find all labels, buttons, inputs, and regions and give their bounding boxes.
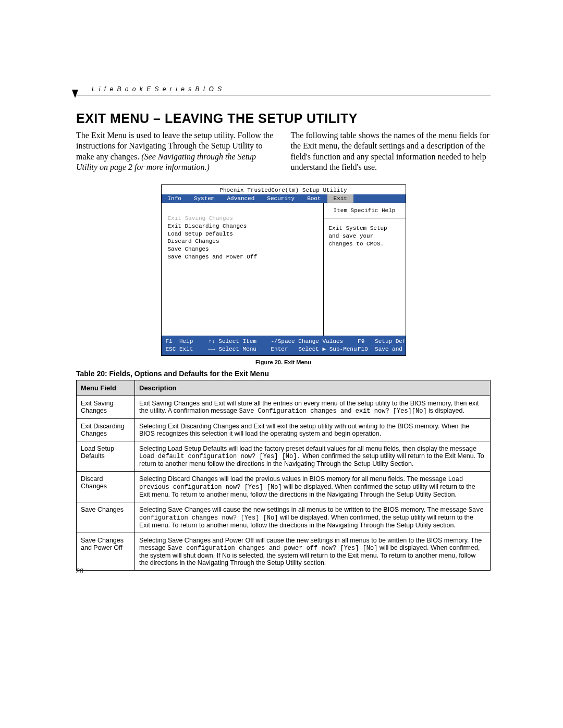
bios-tab-advanced: Advanced — [221, 194, 261, 203]
bios-tab-system: System — [188, 194, 221, 203]
cell-desc: Selecting Save Changes will cause the ne… — [135, 502, 491, 533]
bios-tab-info: Info — [162, 194, 188, 203]
cell-field: Exit Saving Changes — [77, 396, 135, 418]
options-table: Menu Field Description Exit Saving Chang… — [76, 380, 491, 571]
bios-item: Exit Discarding Changes — [168, 223, 317, 230]
cell-desc: Selecting Discard Changes will load the … — [135, 471, 491, 502]
bios-menu-items: Exit Saving ChangesExit Discarding Chang… — [162, 203, 324, 336]
bios-item: Load Setup Defaults — [168, 230, 317, 238]
table-row: Exit Discarding ChangesSelecting Exit Di… — [77, 418, 491, 441]
bios-help-text: Exit System Setup and save your changes … — [324, 218, 406, 254]
bios-title: Phoenix TrustedCore(tm) Setup Utility — [162, 185, 406, 194]
bios-item: Save Changes and Power Off — [168, 253, 317, 261]
foot-f1: F1 Help — [166, 338, 209, 346]
foot-f9: F9 Setup Defaults — [354, 338, 423, 346]
foot-chg: -/Space Change Values — [271, 338, 354, 346]
bios-footer: F1 Help ↑↓ Select Item -/Space Change Va… — [162, 336, 406, 355]
cell-desc: Selecting Exit Discarding Changes and Ex… — [135, 418, 491, 441]
header-tab-shape — [72, 90, 78, 98]
cell-desc: Exit Saving Changes and Exit will store … — [135, 396, 491, 418]
table-row: Exit Saving ChangesExit Saving Changes a… — [77, 396, 491, 418]
table-title: Table 20: Fields, Options and Defaults f… — [76, 369, 491, 378]
cell-field: Discard Changes — [77, 471, 135, 502]
bios-tab-security: Security — [261, 194, 301, 203]
page-number: 28 — [76, 567, 83, 575]
cell-desc: Selecting Save Changes and Power Off wil… — [135, 533, 491, 570]
foot-f10: F10 Save and Exit — [354, 346, 423, 353]
table-row: Save ChangesSelecting Save Changes will … — [77, 502, 491, 533]
cell-field: Save Changes and Power Off — [77, 533, 135, 570]
table-row: Discard ChangesSelecting Discard Changes… — [77, 471, 491, 502]
running-header: L i f e B o o k E S e r i e s B I O S — [76, 82, 491, 95]
th-field: Menu Field — [77, 380, 135, 396]
foot-sub: Enter Select ▶ Sub-Menu — [271, 346, 354, 353]
foot-esc: ESC Exit — [166, 346, 209, 353]
bios-tab-exit: Exit — [327, 194, 353, 203]
cell-field: Load Setup Defaults — [77, 441, 135, 471]
table-row: Load Setup DefaultsSelecting Load Setup … — [77, 441, 491, 471]
cell-field: Save Changes — [77, 502, 135, 533]
cell-desc: Selecting Load Setup Defaults will load … — [135, 441, 491, 471]
bios-item: Discard Changes — [168, 238, 317, 245]
bios-help-title: Item Specific Help — [324, 203, 406, 218]
section-title: EXIT MENU – LEAVING THE SETUP UTILITY — [76, 111, 491, 126]
bios-tabs: InfoSystemAdvancedSecurityBootExit — [162, 194, 406, 203]
bios-tab-boot: Boot — [301, 194, 327, 203]
bios-item: Exit Saving Changes — [168, 215, 317, 223]
bios-screenshot: Phoenix TrustedCore(tm) Setup Utility In… — [161, 184, 406, 356]
foot-seli: ↑↓ Select Item — [209, 338, 271, 346]
foot-selm: ←→ Select Menu — [209, 346, 271, 353]
table-row: Save Changes and Power OffSelecting Save… — [77, 533, 491, 570]
intro-right: The following table shows the names of t… — [291, 130, 491, 173]
figure-caption: Figure 20. Exit Menu — [161, 359, 406, 365]
bios-item: Save Changes — [168, 245, 317, 253]
intro-columns: The Exit Menu is used to leave the setup… — [76, 130, 491, 173]
th-desc: Description — [135, 380, 491, 396]
cell-field: Exit Discarding Changes — [77, 418, 135, 441]
